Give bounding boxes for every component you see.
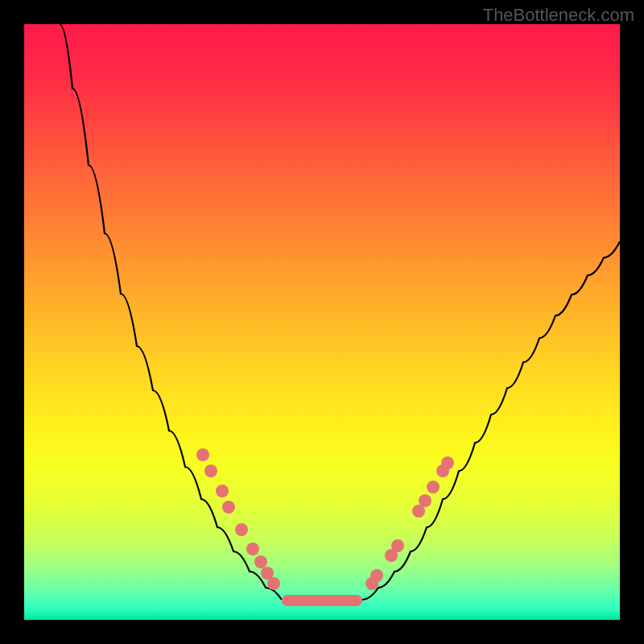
data-point: [254, 555, 267, 568]
dots-right-group: [365, 456, 454, 590]
data-point: [427, 481, 440, 493]
data-point: [216, 485, 229, 497]
data-point: [419, 494, 431, 507]
data-point: [235, 523, 248, 536]
data-point: [246, 543, 259, 555]
data-point: [222, 501, 235, 514]
data-point: [370, 569, 383, 582]
bottom-marker: [282, 595, 362, 606]
data-point: [391, 539, 404, 552]
chart-plot-area: [24, 24, 620, 620]
data-point: [204, 464, 217, 477]
data-point: [267, 577, 280, 590]
data-point: [196, 448, 209, 461]
dots-left-group: [196, 448, 280, 590]
data-point: [441, 456, 454, 469]
watermark-text: TheBottleneck.com: [483, 5, 634, 26]
chart-svg: [24, 24, 620, 620]
left-curve: [60, 24, 282, 600]
